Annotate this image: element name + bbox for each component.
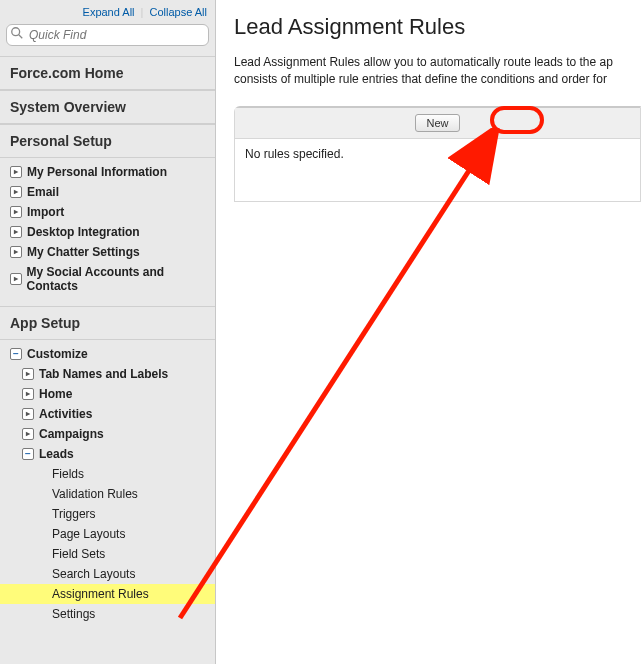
leads-item-assignment-rules[interactable]: Assignment Rules bbox=[0, 584, 215, 604]
tree-label: Tab Names and Labels bbox=[39, 367, 168, 381]
leads-item-page-layouts[interactable]: Page Layouts bbox=[0, 524, 215, 544]
collapse-all-link[interactable]: Collapse All bbox=[150, 6, 207, 18]
tree-label: Validation Rules bbox=[52, 487, 138, 501]
expand-icon bbox=[22, 368, 34, 380]
expand-icon bbox=[10, 206, 22, 218]
rules-panel: New No rules specified. bbox=[234, 106, 641, 202]
tree-label: Home bbox=[39, 387, 72, 401]
quick-find-input[interactable] bbox=[6, 24, 209, 46]
tree-label: Activities bbox=[39, 407, 92, 421]
expand-icon bbox=[22, 428, 34, 440]
leads-item-settings[interactable]: Settings bbox=[0, 604, 215, 624]
customize-item-activities[interactable]: Activities bbox=[0, 404, 215, 424]
tree-label: Email bbox=[27, 185, 59, 199]
expand-icon bbox=[10, 273, 22, 285]
leads-item-triggers[interactable]: Triggers bbox=[0, 504, 215, 524]
personal-item-my-chatter-settings[interactable]: My Chatter Settings bbox=[0, 242, 215, 262]
desc-line-2: consists of multiple rule entries that d… bbox=[234, 72, 607, 86]
new-button[interactable]: New bbox=[415, 114, 459, 132]
personal-item-email[interactable]: Email bbox=[0, 182, 215, 202]
customize-item-tab-names[interactable]: Tab Names and Labels bbox=[0, 364, 215, 384]
tree-label: My Personal Information bbox=[27, 165, 167, 179]
personal-setup-tree: My Personal Information Email Import Des… bbox=[0, 158, 215, 306]
tree-label: Field Sets bbox=[52, 547, 105, 561]
customize-item-home[interactable]: Home bbox=[0, 384, 215, 404]
personal-item-my-social-accounts[interactable]: My Social Accounts and Contacts bbox=[0, 262, 215, 296]
customize-item-campaigns[interactable]: Campaigns bbox=[0, 424, 215, 444]
leads-item-search-layouts[interactable]: Search Layouts bbox=[0, 564, 215, 584]
panel-body: No rules specified. bbox=[235, 139, 640, 201]
app-item-customize[interactable]: Customize bbox=[0, 344, 215, 364]
tree-label: Campaigns bbox=[39, 427, 104, 441]
annotation-arrow bbox=[170, 128, 530, 628]
desc-line-1: Lead Assignment Rules allow you to autom… bbox=[234, 55, 613, 69]
tree-label: My Social Accounts and Contacts bbox=[27, 265, 211, 293]
expand-icon bbox=[10, 246, 22, 258]
customize-item-leads[interactable]: Leads bbox=[0, 444, 215, 464]
section-personal-setup[interactable]: Personal Setup bbox=[0, 124, 215, 158]
tree-label: Page Layouts bbox=[52, 527, 125, 541]
page-description: Lead Assignment Rules allow you to autom… bbox=[234, 54, 641, 88]
leads-item-fields[interactable]: Fields bbox=[0, 464, 215, 484]
app-setup-tree: Customize Tab Names and Labels Home Acti… bbox=[0, 340, 215, 634]
personal-item-desktop-integration[interactable]: Desktop Integration bbox=[0, 222, 215, 242]
tree-label: My Chatter Settings bbox=[27, 245, 140, 259]
tree-label: Settings bbox=[52, 607, 95, 621]
tree-label: Desktop Integration bbox=[27, 225, 140, 239]
expand-icon bbox=[10, 166, 22, 178]
svg-line-2 bbox=[180, 138, 490, 618]
expand-icon bbox=[10, 226, 22, 238]
tree-label: Fields bbox=[52, 467, 84, 481]
tree-label: Triggers bbox=[52, 507, 96, 521]
expand-icon bbox=[22, 388, 34, 400]
empty-message: No rules specified. bbox=[245, 147, 344, 161]
expand-all-link[interactable]: Expand All bbox=[83, 6, 135, 18]
collapse-icon bbox=[10, 348, 22, 360]
tree-label: Customize bbox=[27, 347, 88, 361]
leads-item-field-sets[interactable]: Field Sets bbox=[0, 544, 215, 564]
tree-label: Leads bbox=[39, 447, 74, 461]
section-app-setup[interactable]: App Setup bbox=[0, 306, 215, 340]
expand-icon bbox=[22, 408, 34, 420]
separator: | bbox=[141, 6, 144, 18]
main-content: Lead Assignment Rules Lead Assignment Ru… bbox=[216, 0, 641, 202]
personal-item-my-personal-information[interactable]: My Personal Information bbox=[0, 162, 215, 182]
leads-item-validation-rules[interactable]: Validation Rules bbox=[0, 484, 215, 504]
section-system-overview[interactable]: System Overview bbox=[0, 90, 215, 124]
panel-toolbar: New bbox=[235, 108, 640, 139]
personal-item-import[interactable]: Import bbox=[0, 202, 215, 222]
quick-find-wrap bbox=[0, 20, 215, 56]
tree-label: Search Layouts bbox=[52, 567, 135, 581]
tree-label: Import bbox=[27, 205, 64, 219]
setup-sidebar: Expand All | Collapse All Force.com Home… bbox=[0, 0, 216, 664]
tree-label: Assignment Rules bbox=[52, 587, 149, 601]
collapse-icon bbox=[22, 448, 34, 460]
page-title: Lead Assignment Rules bbox=[234, 14, 641, 40]
section-force-home[interactable]: Force.com Home bbox=[0, 56, 215, 90]
tree-controls: Expand All | Collapse All bbox=[0, 0, 215, 20]
expand-icon bbox=[10, 186, 22, 198]
